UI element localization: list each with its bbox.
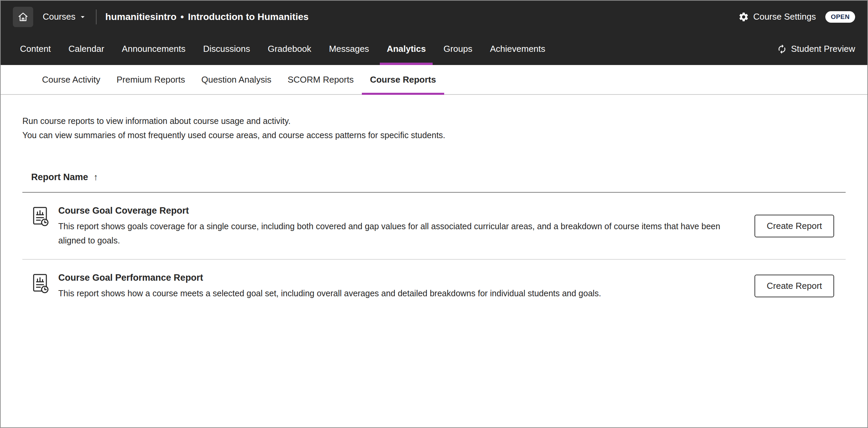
report-text: Course Goal Coverage Report This report … (58, 204, 734, 248)
courses-label: Courses (43, 12, 76, 22)
gear-icon (738, 12, 749, 22)
report-name-sort-header[interactable]: Report Name ↑ (22, 172, 98, 183)
tab-analytics[interactable]: Analytics (378, 33, 435, 65)
course-settings-button[interactable]: Course Settings (738, 12, 816, 22)
create-report-button[interactable]: Create Report (755, 215, 834, 237)
report-text: Course Goal Performance Report This repo… (58, 271, 734, 300)
subtab-scorm-reports[interactable]: SCORM Reports (280, 65, 362, 94)
subtab-course-reports[interactable]: Course Reports (362, 65, 444, 94)
student-preview-icon (777, 44, 787, 54)
topbar: Courses humanitiesintro • Introduction t… (1, 1, 867, 33)
report-row: Course Goal Coverage Report This report … (22, 193, 846, 260)
report-description: This report shows how a course meets a s… (58, 286, 734, 300)
tab-announcements[interactable]: Announcements (113, 33, 194, 65)
home-icon (18, 12, 28, 22)
report-name-label: Report Name (31, 172, 88, 183)
main-content: Run course reports to view information a… (1, 95, 867, 427)
intro-line-2: You can view summaries of most frequentl… (22, 130, 445, 140)
tab-achievements[interactable]: Achievements (481, 33, 554, 65)
report-row: Course Goal Performance Report This repo… (22, 260, 846, 312)
course-title: humanitiesintro • Introduction to Humani… (105, 12, 309, 22)
report-description: This report shows goals coverage for a s… (58, 219, 734, 248)
intro-line-1: Run course reports to view information a… (22, 116, 291, 126)
tab-calendar[interactable]: Calendar (60, 33, 113, 65)
student-preview-button[interactable]: Student Preview (777, 33, 855, 65)
home-button[interactable] (13, 7, 33, 27)
navbar-spacer (554, 33, 777, 65)
open-status-badge[interactable]: OPEN (825, 11, 855, 23)
chevron-down-icon (78, 13, 87, 21)
app-window: Courses humanitiesintro • Introduction t… (0, 0, 868, 428)
title-separator: • (181, 12, 184, 22)
tab-messages[interactable]: Messages (320, 33, 378, 65)
tab-gradebook[interactable]: Gradebook (259, 33, 320, 65)
report-document-icon (31, 273, 49, 295)
analytics-subtabs: Course Activity Premium Reports Question… (1, 65, 867, 95)
sort-ascending-icon: ↑ (94, 172, 98, 183)
tab-groups[interactable]: Groups (435, 33, 481, 65)
topbar-divider (96, 9, 97, 24)
subtab-premium-reports[interactable]: Premium Reports (108, 65, 193, 94)
tab-content[interactable]: Content (11, 33, 60, 65)
student-preview-label: Student Preview (791, 44, 855, 54)
course-id: humanitiesintro (105, 12, 177, 22)
create-report-button[interactable]: Create Report (755, 275, 834, 297)
report-document-icon (31, 206, 49, 228)
course-tabs: Content Calendar Announcements Discussio… (1, 33, 867, 65)
intro-text: Run course reports to view information a… (22, 114, 846, 142)
tab-discussions[interactable]: Discussions (194, 33, 259, 65)
courses-menu-button[interactable]: Courses (43, 12, 87, 22)
course-name: Introduction to Humanities (188, 12, 309, 22)
report-title: Course Goal Coverage Report (58, 204, 734, 217)
report-title: Course Goal Performance Report (58, 271, 734, 284)
course-settings-label: Course Settings (753, 12, 816, 22)
subtab-course-activity[interactable]: Course Activity (34, 65, 108, 94)
subtab-question-analysis[interactable]: Question Analysis (193, 65, 280, 94)
